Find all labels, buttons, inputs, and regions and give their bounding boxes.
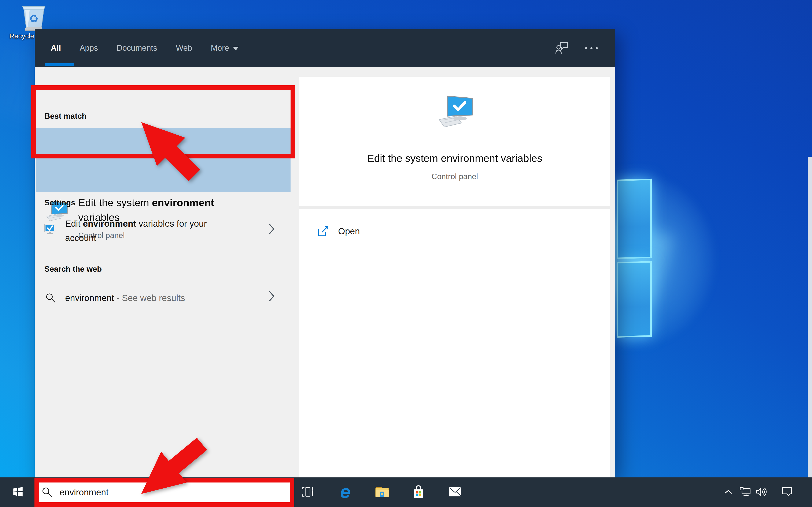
task-view-icon (301, 485, 314, 499)
monitor-check-icon (44, 223, 56, 235)
chevron-down-icon (233, 47, 239, 51)
volume-icon (756, 487, 768, 498)
windows-logo-pane-top (617, 179, 652, 259)
edge-browser-button[interactable]: e (335, 477, 355, 507)
open-action-row[interactable]: Open (299, 219, 610, 244)
search-icon (45, 293, 56, 303)
svg-text:♻: ♻ (29, 12, 39, 25)
user-feedback-icon[interactable] (555, 42, 568, 54)
microsoft-store-icon (412, 485, 425, 500)
task-view-button[interactable] (298, 477, 318, 507)
search-icon (42, 487, 52, 498)
windows-logo-pane-bottom (617, 261, 652, 338)
settings-result-item[interactable]: Edit environment variables for your acco… (35, 215, 299, 251)
volume-button[interactable] (753, 477, 770, 507)
network-ethernet-icon (739, 487, 752, 498)
file-explorer-icon (375, 486, 389, 499)
search-header: All Apps Documents Web More (35, 29, 615, 67)
open-action-label: Open (338, 226, 360, 236)
preview-separator (299, 206, 610, 209)
action-center-button[interactable] (778, 477, 796, 507)
tab-apps[interactable]: Apps (80, 44, 98, 53)
settings-heading: Settings (44, 199, 75, 207)
web-search-result-item[interactable]: environment - See web results (35, 284, 299, 316)
preview-title: Edit the system environment variables (299, 152, 610, 164)
preview-subtitle: Control panel (299, 172, 610, 181)
search-input-value: environment (60, 487, 108, 498)
action-center-icon (781, 487, 793, 498)
search-the-web-heading: Search the web (44, 265, 102, 274)
annotation-box-best-match (31, 86, 295, 158)
chevron-right-icon (268, 290, 275, 302)
tab-documents[interactable]: Documents (116, 44, 157, 53)
web-search-label: environment - See web results (65, 293, 185, 303)
tab-web[interactable]: Web (176, 44, 192, 53)
ellipsis-menu-icon[interactable] (585, 45, 598, 51)
windows-logo-icon (12, 486, 24, 498)
edge-browser-icon: e (340, 482, 351, 501)
active-tab-underline (45, 63, 74, 66)
tab-all[interactable]: All (51, 44, 61, 53)
tray-expand-button[interactable] (720, 477, 737, 507)
file-explorer-button[interactable] (372, 477, 392, 507)
mail-icon (449, 487, 462, 498)
chevron-right-icon (268, 223, 275, 235)
screen-edge-strip (808, 157, 812, 507)
microsoft-store-button[interactable] (408, 477, 428, 507)
computer-check-icon (437, 94, 477, 129)
mail-button[interactable] (445, 477, 465, 507)
chevron-up-icon (724, 489, 733, 495)
settings-item-label: Edit environment variables for your acco… (65, 217, 237, 245)
tab-more[interactable]: More (211, 44, 239, 53)
network-button[interactable] (737, 477, 754, 507)
start-button[interactable] (8, 477, 28, 507)
taskbar-search-input[interactable]: environment (42, 483, 283, 502)
open-external-icon (317, 225, 329, 237)
preview-panel: Edit the system environment variables Co… (299, 77, 610, 477)
